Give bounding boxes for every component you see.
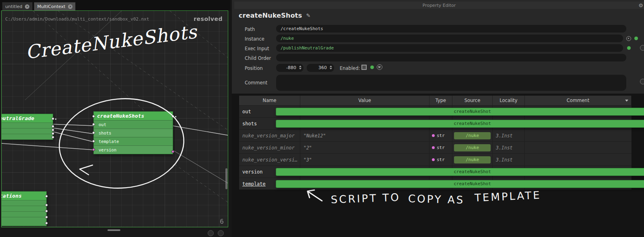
attr-value-cell[interactable]: "2" bbox=[300, 142, 429, 153]
footer-icon[interactable] bbox=[218, 230, 224, 236]
enabled-off-icon[interactable] bbox=[377, 64, 382, 70]
attr-value-cell[interactable]: "Nuke12" bbox=[300, 130, 429, 141]
attr-locality-cell: 3.Inst bbox=[493, 130, 525, 141]
position-y-stepper[interactable]: 360 bbox=[307, 64, 334, 72]
node-graph-canvas[interactable]: C:/Users/admin/Downloads/multi_context/s… bbox=[1, 10, 228, 227]
spin-down-icon[interactable] bbox=[299, 68, 301, 69]
resolved-toggle[interactable]: resolved bbox=[194, 16, 223, 22]
app-root: untitled ✕ MultiContext ✕ bbox=[0, 0, 644, 237]
instance-field[interactable]: /nuke bbox=[276, 35, 623, 42]
column-header-source[interactable]: Source bbox=[452, 96, 493, 105]
gear-icon[interactable]: ⚙ bbox=[638, 2, 643, 8]
enabled-on-dot[interactable] bbox=[370, 65, 374, 69]
handwritten-annotation-word: SCRIPT TO bbox=[331, 191, 401, 206]
path-value: /createNukeShots bbox=[281, 26, 323, 31]
type-str-dot-icon bbox=[432, 158, 435, 161]
attr-name-cell[interactable]: nuke_version_versi… bbox=[239, 154, 300, 165]
exec-input-field[interactable]: /publishNeutralGrade bbox=[276, 44, 623, 52]
attr-source-cell[interactable]: createNukeShot bbox=[452, 118, 493, 129]
attr-source-cell[interactable]: createNukeShot bbox=[452, 166, 493, 178]
property-editor-pane: Property Editor ⚙ createNukeShots ✎ Path… bbox=[232, 0, 644, 237]
table-row[interactable]: nuke_version_versi… "3" str /nuke 3.Inst bbox=[239, 153, 632, 165]
exec-status-dot[interactable] bbox=[627, 46, 631, 50]
graph-vertical-scrollbar[interactable] bbox=[225, 168, 227, 189]
spin-up-icon[interactable] bbox=[299, 65, 301, 67]
exec-input-label: Exec Input bbox=[245, 46, 269, 51]
source-chip[interactable]: createNukeShot bbox=[452, 108, 493, 116]
source-chip[interactable]: createNukeShot bbox=[452, 168, 493, 176]
grid-depth-number: 6 bbox=[220, 218, 224, 225]
table-row[interactable]: shots raw createNukeShot 1.Local bbox=[239, 117, 632, 129]
close-tab-icon[interactable]: ✕ bbox=[68, 4, 72, 9]
graph-tabbar: untitled ✕ MultiContext ✕ bbox=[0, 0, 230, 10]
position-x-stepper[interactable]: -880 bbox=[276, 64, 303, 72]
child-order-label: Child Order bbox=[245, 55, 271, 61]
spin-up-icon[interactable] bbox=[330, 65, 332, 67]
handwritten-annotation-word: COPY AS bbox=[408, 192, 465, 206]
tab-untitled[interactable]: untitled ✕ bbox=[2, 2, 33, 10]
attr-name-cell[interactable]: nuke_version_minor bbox=[239, 142, 300, 153]
attribute-table-header: Name Value Type Source Locality Comment bbox=[239, 96, 632, 105]
handwritten-annotation-word: TEMPLATE bbox=[474, 189, 541, 204]
instance-label: Instance bbox=[245, 36, 264, 42]
graph-pane: untitled ✕ MultiContext ✕ bbox=[0, 0, 230, 237]
path-field[interactable]: /createNukeShots bbox=[276, 25, 626, 33]
column-header-comment[interactable]: Comment bbox=[525, 96, 632, 105]
column-header-value[interactable]: Value bbox=[300, 96, 429, 105]
chevron-down-icon[interactable] bbox=[625, 100, 628, 102]
enabled-square-toggle[interactable] bbox=[361, 65, 367, 70]
attr-comment-cell[interactable] bbox=[525, 142, 632, 153]
attr-comment-cell[interactable] bbox=[525, 154, 632, 165]
position-y-value: 360 bbox=[318, 65, 327, 70]
source-chip[interactable]: /nuke bbox=[454, 156, 491, 163]
exec-input-value: /publishNeutralGrade bbox=[281, 45, 334, 51]
arrow-up-left-icon bbox=[303, 188, 324, 203]
tab-multicontext[interactable]: MultiContext ✕ bbox=[34, 2, 76, 10]
table-row[interactable]: template 'Z:/job/9mobile/work/03_Workflo… bbox=[239, 178, 632, 190]
attr-source-cell[interactable]: /nuke bbox=[452, 142, 493, 153]
attr-source-cell[interactable]: /nuke bbox=[452, 154, 493, 165]
attr-source-cell[interactable]: /nuke bbox=[452, 130, 493, 141]
property-editor-title: Property Editor bbox=[423, 3, 456, 8]
property-editor-titlebar[interactable]: Property Editor ⚙ bbox=[234, 2, 644, 9]
attr-value-cell[interactable]: "3" bbox=[300, 154, 429, 165]
attr-locality-cell: 3.Inst bbox=[493, 154, 525, 165]
position-label: Position bbox=[245, 65, 263, 71]
spin-down-icon[interactable] bbox=[330, 68, 332, 69]
table-row[interactable]: nuke_version_major "Nuke12" str /nuke 3.… bbox=[239, 129, 632, 141]
table-row[interactable]: out raw createNukeShot 1.Local bbox=[239, 105, 632, 117]
column-header-name[interactable]: Name bbox=[239, 96, 300, 105]
edit-pencil-icon[interactable]: ✎ bbox=[306, 12, 310, 18]
hand-drawn-circle bbox=[2, 11, 228, 227]
selected-node-name: createNukeShots bbox=[239, 12, 302, 19]
target-picker-icon[interactable] bbox=[626, 36, 631, 41]
attribute-table: Name Value Type Source Locality Comment … bbox=[239, 95, 632, 190]
instance-status-dot[interactable] bbox=[634, 37, 638, 40]
table-row[interactable]: version 'v107' str createNukeShot 1.Loca… bbox=[239, 165, 632, 178]
column-header-locality[interactable]: Locality bbox=[493, 96, 525, 105]
attr-name-cell[interactable]: nuke_version_major bbox=[239, 130, 300, 141]
column-header-type[interactable]: Type bbox=[429, 96, 452, 105]
tab-multicontext-label: MultiContext bbox=[37, 4, 65, 9]
attr-source-cell[interactable]: createNukeShot bbox=[452, 106, 493, 117]
close-tab-icon[interactable]: ✕ bbox=[25, 4, 29, 9]
attr-comment-cell[interactable] bbox=[525, 130, 632, 141]
table-row[interactable]: nuke_version_minor "2" str /nuke 3.Inst bbox=[239, 141, 632, 153]
attr-type-cell: str bbox=[429, 154, 452, 165]
graph-horizontal-scrollbar[interactable] bbox=[107, 229, 120, 231]
source-chip[interactable]: createNukeShot bbox=[452, 180, 493, 188]
position-x-value: -880 bbox=[286, 65, 296, 70]
exec-extra-icon[interactable] bbox=[640, 45, 644, 51]
comment-field[interactable] bbox=[276, 75, 626, 91]
attr-source-cell[interactable]: createNukeShot bbox=[452, 178, 493, 190]
source-chip[interactable]: /nuke bbox=[454, 132, 491, 139]
source-chip[interactable]: createNukeShot bbox=[452, 120, 493, 128]
comment-extra-icon[interactable] bbox=[640, 79, 644, 84]
attr-type-cell: str bbox=[429, 130, 452, 141]
footer-icon[interactable] bbox=[208, 230, 214, 236]
source-chip[interactable]: /nuke bbox=[454, 144, 491, 151]
graph-file-path: C:/Users/admin/Downloads/multi_context/s… bbox=[5, 16, 149, 22]
attr-type-cell: str bbox=[429, 142, 452, 153]
path-label: Path bbox=[245, 27, 255, 32]
child-order-field[interactable] bbox=[276, 54, 626, 61]
